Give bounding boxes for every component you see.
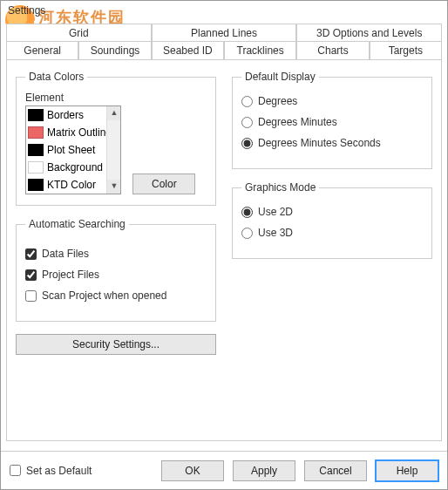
- checkbox-set-as-default[interactable]: Set as Default: [10, 465, 92, 477]
- listbox-scrollbar[interactable]: ▲ ▼: [106, 106, 120, 194]
- legend-graphics-mode: Graphics Mode: [241, 181, 319, 194]
- dialog-footer: Set as Default OK Apply Cancel Help: [1, 451, 447, 489]
- tab-soundings[interactable]: Soundings: [78, 41, 151, 60]
- label-element: Element: [25, 92, 207, 104]
- element-listbox[interactable]: Borders Matrix Outline Plot Sheet Backgr…: [25, 105, 121, 194]
- color-button[interactable]: Color: [132, 174, 195, 194]
- color-swatch: [28, 109, 44, 121]
- tab-planned-lines[interactable]: Planned Lines: [152, 24, 297, 42]
- tab-panel-general: Data Colors Element Borders Matrix Outli…: [6, 59, 442, 441]
- color-swatch: [28, 161, 44, 174]
- ok-button[interactable]: OK: [161, 460, 224, 481]
- apply-button[interactable]: Apply: [233, 460, 295, 481]
- tab-charts[interactable]: Charts: [296, 41, 369, 60]
- radio-use-2d[interactable]: Use 2D: [241, 206, 423, 218]
- chevron-down-icon[interactable]: ▼: [107, 180, 121, 194]
- checkbox-scan-project[interactable]: Scan Project when opened: [25, 289, 207, 302]
- radio-degrees[interactable]: Degrees: [241, 95, 423, 107]
- radio-input[interactable]: [241, 207, 253, 218]
- checkbox-input[interactable]: [25, 248, 37, 260]
- radio-input[interactable]: [241, 228, 253, 239]
- tab-grid[interactable]: Grid: [6, 24, 152, 42]
- checkbox-data-files[interactable]: Data Files: [25, 248, 207, 260]
- cancel-button[interactable]: Cancel: [304, 460, 367, 481]
- groupbox-graphics-mode: Graphics Mode Use 2D Use 3D: [232, 181, 432, 259]
- tab-tracklines[interactable]: Tracklines: [224, 41, 296, 60]
- color-swatch: [28, 179, 44, 191]
- tab-targets[interactable]: Targets: [370, 41, 442, 60]
- chevron-up-icon[interactable]: ▲: [107, 106, 121, 120]
- groupbox-default-display: Default Display Degrees Degrees Minutes …: [232, 71, 432, 169]
- radio-input[interactable]: [241, 138, 253, 149]
- radio-degrees-minutes[interactable]: Degrees Minutes: [241, 116, 423, 128]
- groupbox-data-colors: Data Colors Element Borders Matrix Outli…: [16, 71, 216, 206]
- legend-auto-search: Automatic Searching: [25, 218, 129, 230]
- window-title: Settings: [1, 1, 447, 20]
- tab-3d-options[interactable]: 3D Options and Levels: [296, 24, 442, 42]
- tab-seabed-id[interactable]: Seabed ID: [152, 41, 224, 60]
- checkbox-input[interactable]: [10, 465, 21, 476]
- radio-input[interactable]: [241, 117, 253, 128]
- checkbox-project-files[interactable]: Project Files: [25, 269, 207, 281]
- groupbox-automatic-searching: Automatic Searching Data Files Project F…: [16, 218, 216, 322]
- radio-degrees-minutes-seconds[interactable]: Degrees Minutes Seconds: [241, 137, 423, 149]
- legend-default-display: Default Display: [241, 71, 319, 83]
- security-settings-button[interactable]: Security Settings...: [16, 334, 216, 355]
- color-swatch: [28, 144, 44, 156]
- legend-data-colors: Data Colors: [25, 71, 87, 83]
- help-button[interactable]: Help: [376, 460, 438, 481]
- checkbox-input[interactable]: [25, 269, 37, 281]
- radio-use-3d[interactable]: Use 3D: [241, 227, 423, 239]
- radio-input[interactable]: [241, 96, 253, 107]
- tab-strip: Grid Planned Lines 3D Options and Levels…: [6, 24, 442, 59]
- color-swatch: [28, 126, 44, 139]
- tab-general[interactable]: General: [6, 41, 78, 60]
- checkbox-input[interactable]: [25, 290, 37, 302]
